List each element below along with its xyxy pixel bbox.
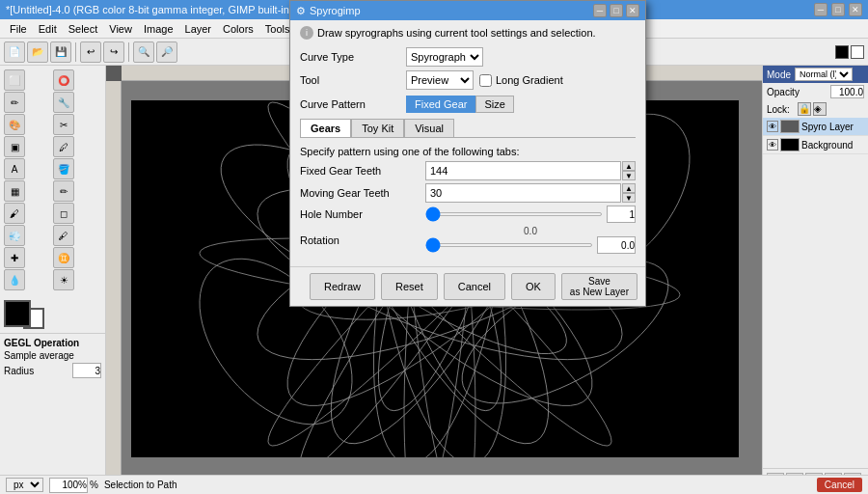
curve-pattern-row: Curve Pattern Fixed Gear Size [300, 96, 636, 113]
tool-path[interactable]: 🖊 [53, 136, 74, 157]
lock-alpha-button[interactable]: ◈ [813, 102, 827, 116]
tool-select[interactable]: Preview Pencil Paintbrush [406, 70, 474, 90]
tool-paintbrush[interactable]: 🖌 [4, 203, 25, 224]
moving-gear-teeth-down[interactable]: ▼ [622, 193, 636, 203]
opacity-row: Opacity [763, 83, 868, 100]
moving-gear-teeth-up[interactable]: ▲ [622, 183, 636, 193]
menu-layer[interactable]: Layer [179, 21, 218, 37]
fixed-gear-teeth-up[interactable]: ▲ [622, 161, 636, 171]
redo-button[interactable]: ↪ [103, 41, 124, 63]
dialog-footer: Redraw Reset Cancel OK Save as New Layer [290, 266, 645, 306]
layer-item-background[interactable]: 👁 Background [763, 136, 868, 154]
tab-content-gears: Specify pattern using one of the followi… [300, 142, 636, 261]
tab-visual[interactable]: Visual [404, 119, 454, 137]
dialog-minimize-button[interactable]: ─ [593, 4, 607, 17]
moving-gear-teeth-input[interactable] [425, 183, 621, 203]
moving-gear-teeth-row: Moving Gear Teeth ▲ ▼ [300, 183, 636, 203]
status-cancel-button[interactable]: Cancel [817, 478, 862, 492]
tool-bucket[interactable]: 🪣 [53, 158, 74, 179]
layer-item[interactable]: 👁 Spyro Layer [763, 118, 868, 136]
menu-view[interactable]: View [103, 21, 138, 37]
tool-clone[interactable]: ♊ [53, 247, 74, 268]
tool-fuzzy-select[interactable]: 🔧 [53, 92, 74, 113]
menu-image[interactable]: Image [138, 21, 179, 37]
tool-ink[interactable]: 🖋 [53, 225, 74, 246]
fixed-gear-teeth-wrapper: ▲ ▼ [425, 161, 636, 180]
tool-label: Tool [300, 74, 406, 86]
foreground-color[interactable] [4, 300, 31, 327]
fixed-gear-teeth-input[interactable] [425, 161, 621, 180]
status-bar: px % Selection to Path Cancel [0, 475, 868, 494]
zoom-input[interactable] [49, 478, 88, 493]
save-new-layer-button[interactable]: Save as New Layer [561, 273, 637, 300]
dialog-maximize-button[interactable]: □ [610, 4, 623, 17]
tool-heal[interactable]: ✚ [4, 247, 25, 268]
save-button[interactable]: 💾 [50, 41, 71, 63]
fixed-gear-teeth-spinners: ▲ ▼ [622, 161, 636, 180]
ok-button[interactable]: OK [511, 273, 556, 300]
layers-mode-select[interactable]: Normal (l) [795, 68, 853, 81]
fixed-gear-teeth-down[interactable]: ▼ [622, 171, 636, 180]
curve-type-select[interactable]: Spyrograph Epitrochoid Sine Lissajous [406, 47, 483, 67]
hole-number-input[interactable] [607, 206, 636, 223]
hole-number-slider[interactable] [425, 212, 603, 216]
tool-dodge[interactable]: ☀ [53, 269, 74, 290]
minimize-button[interactable]: ─ [814, 3, 827, 16]
spyrogimp-dialog: ⚙ Spyrogimp ─ □ ✕ i Draw spyrographs usi… [289, 0, 646, 307]
long-gradient-checkbox[interactable] [479, 74, 492, 87]
tool-text[interactable]: A [4, 158, 25, 179]
zoom-in-button[interactable]: 🔍 [133, 41, 154, 63]
tool-eraser[interactable]: ◻ [53, 203, 74, 224]
menu-file[interactable]: File [4, 21, 33, 37]
close-button[interactable]: ✕ [849, 3, 862, 16]
zoom-out-button[interactable]: 🔎 [156, 41, 177, 63]
moving-gear-teeth-label: Moving Gear Teeth [300, 187, 425, 199]
tab-toy-kit[interactable]: Toy Kit [351, 119, 404, 137]
undo-button[interactable]: ↩ [80, 41, 101, 63]
rotation-input[interactable] [597, 236, 636, 254]
unit-select[interactable]: px [6, 478, 43, 492]
maximize-button[interactable]: □ [831, 3, 845, 16]
opacity-input[interactable] [830, 85, 864, 98]
tool-foreground[interactable]: ▣ [4, 136, 25, 157]
tool-airbrush[interactable]: 💨 [4, 225, 25, 246]
radius-input[interactable] [72, 363, 101, 378]
tool-ellipse-select[interactable]: ⭕ [53, 69, 74, 91]
dialog-close-button[interactable]: ✕ [626, 4, 639, 17]
cp-tab-size[interactable]: Size [475, 96, 513, 113]
new-button[interactable]: 📄 [4, 41, 25, 63]
dialog-controls[interactable]: ─ □ ✕ [593, 4, 639, 17]
radius-label: Radius [4, 366, 72, 376]
moving-gear-teeth-spinners: ▲ ▼ [622, 183, 636, 203]
rotation-label: Rotation [300, 234, 425, 246]
layer-eye-spyro[interactable]: 👁 [767, 121, 778, 132]
reset-button[interactable]: Reset [381, 273, 438, 300]
cp-tab-fixed-gear[interactable]: Fixed Gear [406, 96, 475, 113]
tool-rect-select[interactable]: ⬜ [4, 69, 25, 91]
tool-blur[interactable]: 💧 [4, 269, 25, 290]
menu-colors[interactable]: Colors [217, 21, 259, 37]
rotation-slider[interactable] [425, 243, 593, 247]
layer-eye-bg[interactable]: 👁 [767, 139, 778, 151]
opacity-label: Opacity [767, 87, 800, 97]
fg-color-indicator [835, 45, 849, 59]
tab-gears[interactable]: Gears [300, 119, 351, 137]
dialog-titlebar: ⚙ Spyrogimp ─ □ ✕ [290, 1, 645, 20]
tool-scissors[interactable]: ✂ [53, 114, 74, 135]
tool-gradient[interactable]: ▦ [4, 180, 25, 202]
tool-pencil[interactable]: ✏ [53, 180, 74, 202]
hole-slider-wrapper [425, 206, 636, 223]
long-gradient-label: Long Gradient [496, 74, 563, 86]
title-bar-controls[interactable]: ─ □ ✕ [814, 3, 862, 16]
tool-free-select[interactable]: ✏ [4, 92, 25, 113]
menu-select[interactable]: Select [63, 21, 104, 37]
lock-pixels-button[interactable]: 🔒 [798, 102, 811, 116]
lock-label: Lock: [767, 104, 790, 115]
dialog-content: i Draw spyrographs using current tool se… [290, 20, 645, 266]
cancel-button[interactable]: Cancel [444, 273, 505, 300]
right-panel: Mode Normal (l) Opacity Lock: 🔒 ◈ 👁 Spyr… [762, 66, 868, 494]
menu-edit[interactable]: Edit [33, 21, 63, 37]
tool-by-color[interactable]: 🎨 [4, 114, 25, 135]
open-button[interactable]: 📂 [27, 41, 48, 63]
redraw-button[interactable]: Redraw [310, 273, 375, 300]
